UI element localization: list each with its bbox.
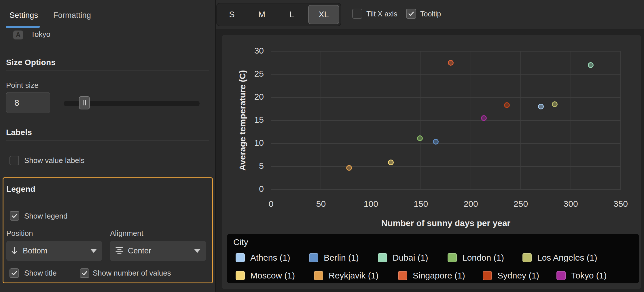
show-value-labels-checkbox[interactable] [10, 156, 19, 165]
gridline-vertical [321, 51, 321, 189]
x-axis-title: Number of sunny days per year [381, 218, 510, 228]
x-tick-label: 0 [254, 199, 288, 209]
legend-item-tokyo[interactable]: Tokyo (1) [556, 271, 607, 280]
gridline-horizontal [271, 189, 621, 190]
size-segment-l[interactable]: L [277, 3, 307, 26]
scatter-point-berlin[interactable] [433, 139, 439, 145]
chart-legend: City Athens (1)Berlin (1)Dubai (1)London… [227, 234, 639, 283]
check-icon [11, 270, 18, 276]
field-row-label[interactable]: Tokyo [31, 30, 50, 39]
x-tick-label: 350 [603, 199, 638, 209]
scatter-point-reykjavik[interactable] [346, 165, 352, 171]
y-tick-label: 0 [244, 184, 264, 194]
show-legend-label[interactable]: Show legend [24, 212, 67, 221]
legend-row: Athens (1)Berlin (1)Dubai (1)London (1)L… [227, 253, 639, 262]
gridline-horizontal [271, 143, 621, 144]
scatter-point-london[interactable] [417, 135, 423, 141]
legend-item-label: Dubai (1) [393, 253, 428, 263]
tab-formatting[interactable]: Formatting [53, 11, 91, 20]
show-title-checkbox[interactable] [10, 268, 19, 278]
x-tick-label: 50 [304, 199, 338, 209]
tooltip-label[interactable]: Tooltip [420, 10, 441, 18]
legend-item-london[interactable]: London (1) [448, 253, 504, 263]
legend-item-label: Sydney (1) [497, 271, 539, 280]
scatter-point-singapore[interactable] [448, 60, 454, 66]
slider-grip-icon [85, 100, 86, 105]
show-number-of-values-checkbox[interactable] [80, 268, 89, 278]
legend-item-berlin[interactable]: Berlin (1) [309, 253, 359, 263]
arrow-down-icon [11, 246, 18, 255]
show-title-label[interactable]: Show title [24, 269, 57, 278]
gridline-vertical [421, 51, 421, 189]
x-tick-label: 150 [404, 199, 438, 209]
scatter-point-moscow[interactable] [388, 160, 394, 165]
tilt-x-axis-checkbox[interactable] [352, 9, 362, 19]
chart-size-segmented-control: SMLXL [216, 3, 341, 26]
x-tick-label: 200 [454, 199, 488, 209]
legend-row: Moscow (1)Reykjavik (1)Singapore (1)Sydn… [227, 271, 639, 280]
scatter-point-tokyo[interactable] [481, 115, 487, 121]
legend-swatch [398, 271, 407, 280]
show-value-labels-label[interactable]: Show value labels [24, 156, 85, 165]
chart-card: 051015202530050100150200250300350 Number… [222, 35, 641, 289]
gridline-horizontal [271, 166, 621, 167]
tilt-x-axis-label[interactable]: Tilt X axis [366, 10, 397, 18]
size-segment-s[interactable]: S [217, 3, 247, 26]
show-number-of-values-label[interactable]: Show number of values [93, 269, 171, 278]
gridline-vertical [571, 51, 571, 189]
legend-item-sydney[interactable]: Sydney (1) [483, 271, 539, 280]
position-dropdown[interactable]: Bottom [6, 241, 102, 261]
gridline-horizontal [271, 97, 621, 98]
gridline-horizontal [271, 51, 621, 52]
slider-grip-icon [83, 100, 84, 105]
legend-swatch [378, 253, 387, 262]
size-segment-xl[interactable]: XL [308, 5, 339, 24]
alignment-dropdown[interactable]: Center [110, 241, 206, 261]
legend-item-label: Los Angeles (1) [537, 253, 597, 263]
gridline-horizontal [271, 74, 621, 75]
y-tick-label: 30 [244, 46, 264, 56]
gridline-vertical [371, 51, 371, 189]
scatter-point-dubai[interactable] [588, 62, 594, 68]
point-size-input[interactable]: 8 [6, 92, 50, 113]
tooltip-checkbox[interactable] [406, 9, 416, 19]
size-options-divider [6, 71, 209, 71]
legend-item-los-angeles[interactable]: Los Angeles (1) [522, 253, 597, 263]
scatter-point-los-angeles[interactable] [552, 101, 558, 107]
chart-viewport: 051015202530050100150200250300350 Number… [216, 29, 644, 292]
legend-heading: Legend [6, 185, 35, 194]
check-icon [408, 10, 414, 17]
legend-swatch [448, 253, 457, 262]
gridline-vertical [271, 51, 271, 189]
y-axis-title: Average temperature (C) [238, 70, 247, 171]
settings-panel: Settings Formatting A Tokyo Size Options… [0, 0, 215, 292]
legend-item-singapore[interactable]: Singapore (1) [398, 271, 465, 280]
size-segment-m[interactable]: M [247, 3, 277, 26]
legend-item-moscow[interactable]: Moscow (1) [236, 271, 295, 280]
labels-divider [6, 141, 209, 141]
point-size-label: Point size [6, 81, 39, 90]
legend-swatch [236, 253, 245, 262]
tab-settings[interactable]: Settings [10, 11, 38, 20]
legend-item-label: Athens (1) [250, 253, 290, 263]
check-icon [11, 213, 18, 219]
show-legend-checkbox[interactable] [10, 211, 19, 221]
point-size-slider-handle[interactable] [79, 96, 90, 109]
legend-item-athens[interactable]: Athens (1) [236, 253, 290, 263]
legend-swatch [522, 253, 532, 262]
check-icon [81, 270, 88, 276]
legend-swatch [236, 271, 245, 280]
legend-item-dubai[interactable]: Dubai (1) [378, 253, 428, 263]
legend-swatch [309, 253, 318, 262]
x-tick-label: 300 [554, 199, 588, 209]
position-label: Position [6, 229, 33, 238]
alignment-label: Alignment [110, 229, 143, 238]
scatter-point-athens[interactable] [538, 104, 544, 109]
legend-item-label: Reykjavik (1) [329, 271, 378, 280]
gridline-vertical [471, 51, 471, 189]
scatter-point-sydney[interactable] [504, 102, 510, 108]
legend-item-reykjavik[interactable]: Reykjavik (1) [314, 271, 378, 280]
string-field-icon: A [13, 31, 23, 39]
app-window: { "left_panel": { "tabs": { "settings": … [0, 0, 644, 292]
x-tick-label: 100 [354, 199, 388, 209]
